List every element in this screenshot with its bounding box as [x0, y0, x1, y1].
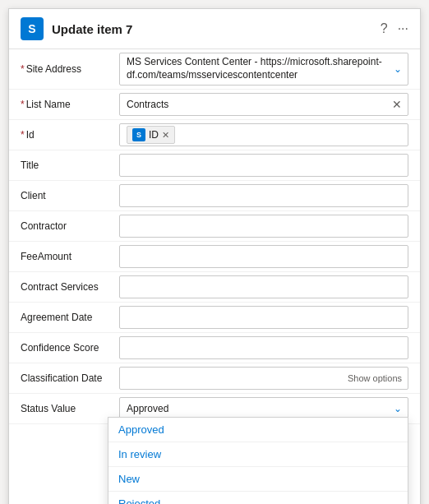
more-options-icon[interactable]: ··· [398, 21, 408, 36]
list-name-row: *List Name Contracts ✕ [9, 90, 420, 120]
show-options-link[interactable]: Show options [348, 373, 402, 383]
contractor-label: Contractor [21, 220, 119, 232]
confidence-score-input[interactable] [119, 336, 408, 359]
client-field [119, 184, 408, 207]
required-star: * [21, 63, 25, 75]
dropdown-option-rejected[interactable]: Rejected [108, 492, 408, 504]
id-row: *Id S ID ✕ [9, 120, 420, 150]
classification-date-row: Classification Date Show options [9, 363, 420, 394]
required-star: * [21, 99, 25, 110]
dropdown-option-new[interactable]: New [108, 467, 408, 492]
confidence-score-row: Confidence Score [9, 333, 420, 363]
contract-services-label: Contract Services [21, 281, 119, 293]
list-name-display[interactable]: Contracts [119, 93, 408, 116]
header-actions: ? ··· [381, 21, 408, 36]
site-address-dropdown[interactable]: MS Services Content Center - https://mic… [119, 53, 408, 86]
fee-amount-label: FeeAmount [21, 251, 119, 262]
status-dropdown-menu: Approved In review New Rejected Enter cu… [108, 417, 408, 504]
client-input[interactable] [119, 184, 408, 207]
confidence-score-label: Confidence Score [21, 342, 119, 354]
site-address-row: *Site Address MS Services Content Center… [9, 49, 420, 90]
client-label: Client [21, 190, 119, 201]
client-row: Client [9, 181, 420, 211]
site-address-display[interactable]: MS Services Content Center - https://mic… [119, 53, 408, 86]
confidence-score-field [119, 336, 408, 359]
site-address-label: *Site Address [21, 63, 119, 75]
fee-amount-field [119, 245, 408, 268]
title-label: Title [21, 160, 119, 171]
contractor-row: Contractor [9, 211, 420, 242]
dropdown-option-in-review[interactable]: In review [108, 442, 408, 467]
agreement-date-field [119, 306, 408, 329]
panel-title: Update item 7 [52, 22, 372, 36]
id-tag-remove-icon[interactable]: ✕ [162, 130, 169, 141]
status-value-row: Status Value Approved ⌄ Approved In revi… [9, 394, 420, 424]
contract-services-input[interactable] [119, 275, 408, 298]
id-input-wrapper[interactable]: S ID ✕ [119, 123, 408, 146]
list-name-clear-icon[interactable]: ✕ [392, 98, 402, 111]
id-label: *Id [21, 129, 119, 141]
id-field: S ID ✕ [119, 123, 408, 146]
contract-services-row: Contract Services [9, 272, 420, 303]
list-name-field: Contracts ✕ [119, 93, 408, 116]
panel-header: S Update item 7 ? ··· [9, 9, 420, 49]
form-body: *Site Address MS Services Content Center… [9, 49, 420, 504]
help-icon[interactable]: ? [381, 21, 388, 36]
fee-amount-input[interactable] [119, 245, 408, 268]
contractor-input[interactable] [119, 215, 408, 238]
dropdown-option-approved[interactable]: Approved [108, 418, 408, 442]
title-input[interactable] [119, 154, 408, 177]
agreement-date-row: Agreement Date [9, 303, 420, 333]
title-field [119, 154, 408, 177]
update-item-panel: S Update item 7 ? ··· *Site Address MS S… [8, 8, 421, 504]
status-value-label: Status Value [21, 403, 119, 414]
id-tag-label: ID [149, 129, 159, 141]
classification-date-label: Classification Date [21, 372, 119, 384]
app-icon: S [21, 17, 44, 40]
title-row: Title [9, 150, 420, 181]
agreement-date-label: Agreement Date [21, 312, 119, 323]
fee-amount-row: FeeAmount [9, 242, 420, 272]
list-name-dropdown[interactable]: Contracts ✕ [119, 93, 408, 116]
required-star: * [21, 129, 25, 141]
list-name-label: *List Name [21, 99, 119, 110]
contract-services-field [119, 275, 408, 298]
agreement-date-input[interactable] [119, 306, 408, 329]
classification-date-field: Show options [119, 367, 408, 390]
id-tag-icon: S [132, 128, 145, 141]
site-address-field: MS Services Content Center - https://mic… [119, 53, 408, 86]
contractor-field [119, 215, 408, 238]
id-tag: S ID ✕ [127, 126, 175, 144]
